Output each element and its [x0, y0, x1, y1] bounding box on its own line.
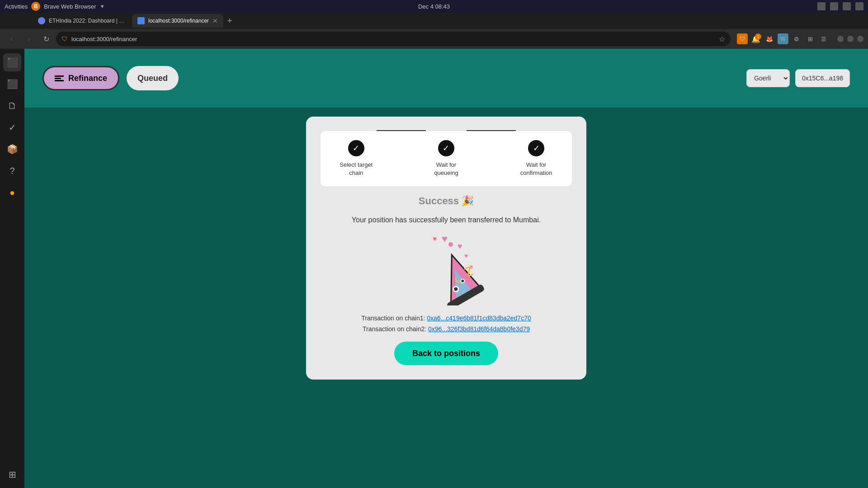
browser-extensions: 🛡 🔔 1 🦊 W ⚙ ⊞ ☰ [737, 33, 829, 44]
sidebar-files-icon[interactable]: 🗋 [3, 97, 21, 115]
header-nav: Refinance Queued [42, 66, 179, 90]
tab2-label: localhost:3000/refinancer [148, 18, 209, 24]
step2-label: Wait forqueueing [434, 161, 458, 177]
step-line-1 [377, 130, 426, 131]
svg-text:♥: ♥ [464, 252, 468, 259]
svg-point-11 [448, 242, 453, 247]
sidebar-checklist-icon[interactable]: ✓ [3, 118, 21, 136]
ext-icon-3[interactable]: W [778, 33, 788, 44]
svg-text:♥: ♥ [458, 242, 462, 251]
os-topbar: Activities B Brave Web Browser ▼ Dec 4 0… [0, 0, 868, 13]
step-wait-confirmation: ✓ Wait forconfirmation [511, 140, 561, 177]
tray-icon-2 [830, 2, 838, 10]
wallet-address-text: 0x15C6...a198 [802, 75, 843, 82]
success-title: Success 🎉 [419, 195, 474, 207]
back-nav-button[interactable]: ‹ [5, 32, 19, 46]
refinance-grid-icon [55, 75, 64, 81]
app-content: Refinance Queued Goerli Mainnet 0x15C6..… [24, 49, 868, 488]
tab1-favicon [38, 17, 45, 24]
tray-icon-1 [817, 2, 826, 10]
close-window-button[interactable] [857, 36, 863, 42]
step3-label: Wait forconfirmation [520, 161, 552, 177]
tx1-link[interactable]: 0xa6...c419e6b81f1cd83dba2ed7c70 [427, 314, 531, 322]
sidebar-help-icon[interactable]: ? [3, 162, 21, 180]
sidebar-vscode-icon[interactable]: ⬛ [3, 75, 21, 93]
sidebar-apps-icon[interactable]: ⊞ [3, 465, 21, 483]
browser-dropdown-icon[interactable]: ▼ [100, 4, 105, 9]
tray-icon-4 [855, 2, 863, 10]
sidebar-chrome-icon[interactable]: ● [3, 183, 21, 202]
hamburger-menu-icon[interactable]: ☰ [818, 33, 829, 44]
metamask-ext-icon[interactable]: 🦊 [764, 33, 775, 44]
address-bar[interactable]: 🛡 localhost:3000/refinancer ☆ [56, 32, 731, 46]
svg-text:♥: ♥ [442, 233, 448, 244]
maximize-button[interactable] [847, 36, 854, 42]
tx-row-1: Transaction on chain1: 0xa6...c419e6b81f… [361, 314, 531, 322]
browser-name-label: Brave Web Browser [44, 3, 96, 10]
step1-label: Select targetchain [340, 161, 373, 177]
back-to-positions-button[interactable]: Back to positions [394, 342, 498, 365]
tx2-label: Transaction on chain2: [363, 325, 426, 333]
step-wait-queueing: ✓ Wait forqueueing [421, 140, 471, 177]
svg-point-12 [469, 265, 473, 269]
sidebar-package-icon[interactable]: 📦 [3, 140, 21, 158]
header-wallet: Goerli Mainnet 0x15C6...a198 [746, 69, 850, 87]
queued-button[interactable]: Queued [127, 66, 179, 90]
step2-check-icon: ✓ [438, 140, 454, 156]
address-text: localhost:3000/refinancer [71, 36, 715, 42]
refinance-label: Refinance [68, 74, 107, 83]
forward-nav-button[interactable]: › [22, 32, 36, 46]
tx2-link[interactable]: 0x96...326f3bd81d6f64da8b0fe3d79 [428, 325, 530, 333]
tx-row-2: Transaction on chain2: 0x96...326f3bd81d… [363, 325, 530, 333]
notification-ext-icon[interactable]: 🔔 1 [750, 33, 761, 44]
party-popper-svg: ♥ ♥ ♥ ♥ [406, 233, 487, 305]
refinancer-modal: ✓ Select targetchain ✓ Wait forqueueing … [306, 117, 586, 380]
brave-shield-ext-icon[interactable]: 🛡 [737, 33, 748, 44]
ext-icon-5[interactable]: ⊞ [805, 33, 816, 44]
step3-check-icon: ✓ [528, 140, 544, 156]
left-sidebar: ⬛ ⬛ 🗋 ✓ 📦 ? ● ⊞ [0, 49, 24, 488]
tx1-label: Transaction on chain1: [361, 314, 425, 322]
os-datetime: Dec 4 08:43 [418, 3, 450, 10]
tab2-close-icon[interactable]: ✕ [212, 17, 218, 24]
step1-check-icon: ✓ [348, 140, 364, 156]
browser-chrome: ETHIndia 2022: Dashboard | D... localhos… [0, 13, 868, 49]
main-content: ✓ Select targetchain ✓ Wait forqueueing … [24, 108, 868, 488]
ext-icon-4[interactable]: ⚙ [791, 33, 802, 44]
tab1-label: ETHIndia 2022: Dashboard | D... [49, 18, 127, 24]
browser-tab-2[interactable]: localhost:3000/refinancer ✕ [132, 14, 223, 28]
steps-progress: ✓ Select targetchain ✓ Wait forqueueing … [321, 131, 572, 186]
activities-label[interactable]: Activities [5, 3, 28, 10]
bookmark-icon[interactable]: ☆ [719, 35, 725, 43]
browser-tab-1[interactable]: ETHIndia 2022: Dashboard | D... [33, 14, 132, 28]
celebration-illustration: ♥ ♥ ♥ ♥ [406, 233, 487, 305]
transaction-info: Transaction on chain1: 0xa6...c419e6b81f… [321, 314, 572, 333]
shield-icon: 🛡 [61, 35, 68, 42]
network-select[interactable]: Goerli Mainnet [746, 69, 790, 87]
browser-titlebar: ETHIndia 2022: Dashboard | D... localhos… [0, 13, 868, 29]
minimize-button[interactable] [837, 36, 844, 42]
refinance-button[interactable]: Refinance [42, 66, 119, 90]
window-buttons[interactable] [837, 36, 863, 42]
new-tab-button[interactable]: + [223, 14, 236, 27]
browser-toolbar: ‹ › ↻ 🛡 localhost:3000/refinancer ☆ 🛡 🔔 … [0, 29, 868, 49]
app-header: Refinance Queued Goerli Mainnet 0x15C6..… [24, 49, 868, 108]
queued-label: Queued [137, 74, 168, 83]
success-title-text: Success 🎉 [419, 195, 474, 206]
tray-icon-3 [843, 2, 851, 10]
sidebar-terminal-icon[interactable]: ⬛ [3, 53, 21, 71]
brave-favicon: B [31, 2, 40, 11]
tab2-favicon [137, 17, 145, 24]
step-select-target: ✓ Select targetchain [331, 140, 381, 177]
svg-text:♥: ♥ [433, 235, 437, 243]
step-line-2 [467, 130, 516, 131]
wallet-address-display: 0x15C6...a198 [795, 69, 850, 87]
reload-button[interactable]: ↻ [39, 32, 53, 46]
success-message: Your position has successfully been tran… [352, 216, 541, 224]
